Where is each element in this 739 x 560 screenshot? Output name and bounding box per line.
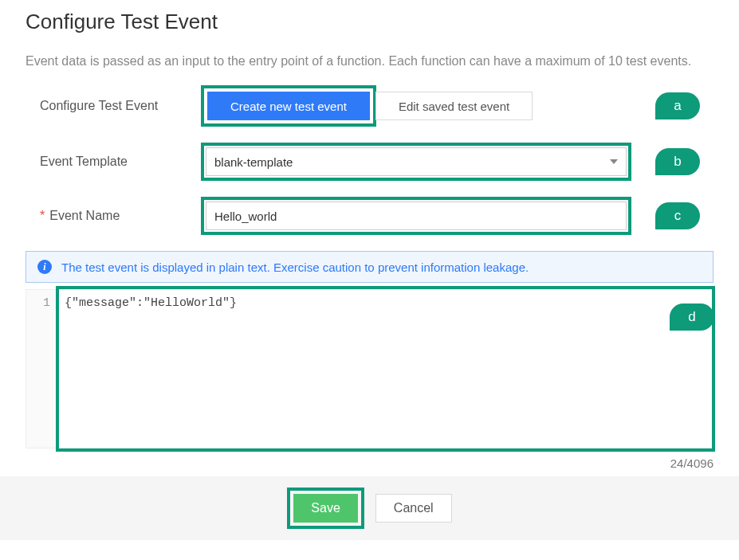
char-count: 24/4096: [26, 456, 713, 470]
callout-a-label: a: [655, 92, 700, 119]
label-configure: Configure Test Event: [26, 99, 201, 113]
footer-bar: Save Cancel: [0, 476, 739, 540]
info-text: The test event is displayed in plain tex…: [61, 260, 529, 274]
info-icon: i: [37, 260, 52, 274]
save-button[interactable]: Save: [293, 494, 357, 523]
callout-b-label: b: [655, 148, 700, 175]
event-template-select[interactable]: blank-template: [206, 147, 627, 176]
callout-d: d: [670, 303, 714, 331]
chevron-down-icon: [610, 159, 618, 164]
editor-gutter: 1: [26, 290, 57, 448]
event-name-input[interactable]: [206, 202, 627, 230]
row-name: * Event Name c: [26, 197, 713, 235]
required-asterisk: *: [40, 209, 45, 223]
highlight-save: Save: [287, 488, 364, 529]
row-template: Event Template blank-template b: [26, 143, 713, 181]
callout-a: a: [655, 92, 700, 119]
page-title: Configure Test Event: [26, 10, 713, 34]
cancel-button[interactable]: Cancel: [375, 494, 452, 523]
label-name: * Event Name: [26, 209, 201, 223]
info-banner: i The test event is displayed in plain t…: [26, 251, 713, 283]
callout-c: c: [655, 202, 700, 229]
callout-b: b: [655, 148, 700, 175]
create-new-test-event-button[interactable]: Create new test event: [207, 92, 370, 120]
callout-c-label: c: [655, 202, 700, 229]
description-text: Event data is passed as an input to the …: [26, 52, 713, 71]
edit-saved-test-event-button[interactable]: Edit saved test event: [375, 92, 533, 120]
event-template-value: blank-template: [214, 155, 293, 169]
label-template: Event Template: [26, 155, 201, 169]
row-configure: Configure Test Event Create new test eve…: [26, 85, 713, 127]
label-name-text: Event Name: [49, 209, 120, 223]
callout-d-label: d: [670, 303, 714, 331]
editor-content[interactable]: {"message":"HelloWorld"}: [57, 290, 713, 448]
code-editor[interactable]: 1 {"message":"HelloWorld"}: [26, 289, 713, 448]
highlight-create-toggle: Create new test event: [201, 85, 376, 127]
